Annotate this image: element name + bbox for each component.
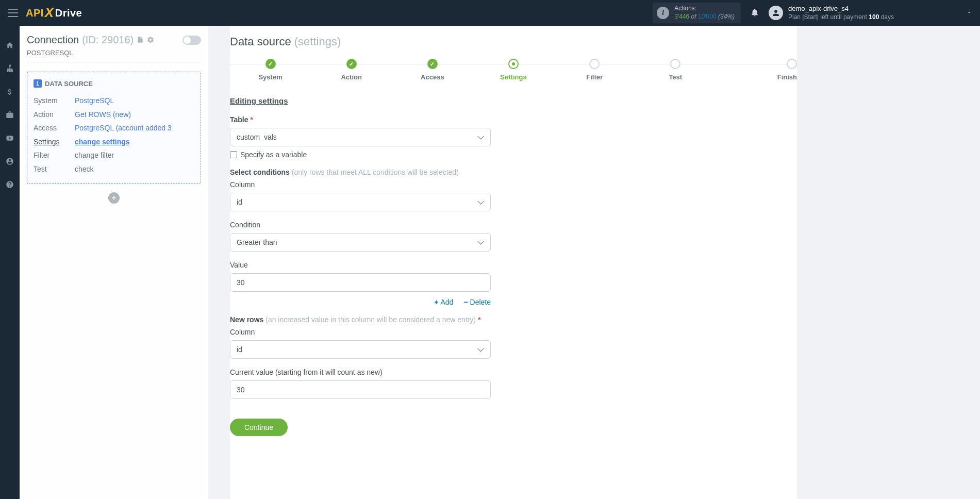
newrows-column-label: Column [230, 328, 491, 336]
column-select[interactable]: id [230, 193, 491, 211]
ds-action-link[interactable]: Get ROWS (new) [75, 108, 194, 122]
condition-select[interactable]: Greater than [230, 233, 491, 252]
user-plan: Plan |Start| left until payment 100 days [788, 13, 894, 22]
actions-numbers: 3'446 of 10'000 (34%) [674, 13, 735, 21]
briefcase-icon[interactable] [6, 111, 14, 121]
svg-rect-7 [12, 69, 12, 71]
menu-hamburger-icon[interactable] [8, 9, 18, 17]
ds-row-action: Action Get ROWS (new) [34, 108, 194, 122]
svg-rect-0 [9, 65, 11, 66]
ds-row-access: Access PostgreSQL (account added 3 [34, 121, 194, 135]
user-circle-icon[interactable] [6, 157, 14, 167]
main-panel: Data source (settings) System Action [230, 26, 797, 499]
value-label: Value [230, 261, 491, 269]
dollar-icon[interactable] [6, 88, 14, 97]
user-name: demo_apix-drive_s4 [788, 5, 894, 13]
data-source-card: 1 DATA SOURCE System PostgreSQL Action G… [27, 72, 201, 184]
notifications-icon[interactable] [750, 8, 759, 19]
actions-label: Actions: [674, 5, 735, 13]
current-value-label: Current value (starting from it will cou… [230, 368, 491, 376]
main-title: Data source (settings) [230, 35, 797, 48]
step-action[interactable]: Action [311, 59, 392, 81]
ds-settings-link[interactable]: change settings [75, 135, 194, 149]
current-value-input[interactable] [230, 380, 491, 399]
logo-part-api: API [26, 7, 44, 19]
specify-variable-checkbox[interactable] [230, 151, 237, 158]
table-select[interactable]: custom_vals [230, 128, 491, 146]
connection-title: Connection (ID: 29016) [27, 34, 201, 46]
check-icon [346, 59, 357, 69]
ds-test-link[interactable]: check [75, 162, 194, 176]
info-icon: i [657, 7, 669, 19]
svg-rect-4 [9, 66, 10, 69]
step-system[interactable]: System [230, 59, 311, 81]
value-field[interactable] [237, 278, 484, 287]
document-icon[interactable] [137, 34, 144, 46]
ds-filter-link[interactable]: change filter [75, 148, 194, 162]
continue-button[interactable]: Continue [230, 419, 288, 436]
ds-row-system: System PostgreSQL [34, 94, 194, 108]
value-input[interactable] [230, 273, 491, 292]
chevron-down-icon [966, 9, 972, 17]
check-icon [265, 59, 276, 69]
left-sidebar [0, 26, 20, 499]
ds-system-link[interactable]: PostgreSQL [75, 94, 194, 108]
help-icon[interactable] [6, 180, 14, 190]
youtube-icon[interactable] [6, 134, 14, 144]
step-access[interactable]: Access [392, 59, 473, 81]
ds-row-settings: Settings change settings [34, 135, 194, 149]
step-test[interactable]: Test [635, 59, 716, 81]
add-connection-button[interactable]: + [108, 192, 120, 204]
newrows-column-select[interactable]: id [230, 340, 491, 359]
delete-condition-link[interactable]: − Delete [463, 298, 491, 306]
table-label: Table * [230, 115, 491, 124]
step-finish[interactable]: Finish [716, 59, 797, 81]
connection-panel: Connection (ID: 29016) POSTGRESQL 1 DATA… [20, 26, 208, 499]
specify-variable-row: Specify as a variable [230, 151, 491, 159]
logo[interactable]: API X Drive [26, 5, 82, 21]
user-menu[interactable]: demo_apix-drive_s4 Plan |Start| left unt… [769, 5, 972, 21]
stepper: System Action Access Settings [230, 59, 797, 81]
check-icon [427, 59, 438, 69]
svg-rect-8 [9, 69, 10, 71]
column-label: Column [230, 180, 491, 189]
step-settings[interactable]: Settings [473, 59, 554, 81]
newrows-label: New rows (an increased value in this col… [230, 315, 491, 324]
section-title: Editing settings [230, 96, 797, 105]
home-icon[interactable] [6, 41, 14, 51]
select-conditions-label: Select conditions (only rows that meet A… [230, 168, 491, 176]
logo-part-x: X [45, 5, 54, 21]
svg-rect-6 [7, 69, 8, 71]
connection-subtitle: POSTGRESQL [27, 49, 201, 62]
data-source-card-header: 1 DATA SOURCE [34, 79, 194, 88]
gear-icon[interactable] [147, 34, 154, 46]
step-filter[interactable]: Filter [554, 59, 635, 81]
ds-row-test: Test check [34, 162, 194, 176]
logo-part-drive: Drive [55, 7, 82, 19]
dot-icon [508, 59, 519, 69]
ds-access-link[interactable]: PostgreSQL (account added 3 [75, 121, 194, 135]
actions-counter[interactable]: i Actions: 3'446 of 10'000 (34%) [653, 3, 741, 23]
add-condition-link[interactable]: + Add [434, 298, 453, 306]
ds-row-filter: Filter change filter [34, 148, 194, 162]
add-delete-row: + Add − Delete [230, 298, 491, 306]
connection-toggle[interactable] [182, 36, 201, 45]
top-header: API X Drive i Actions: 3'446 of 10'000 (… [0, 0, 980, 26]
avatar-icon [769, 6, 783, 20]
current-value-field[interactable] [237, 386, 484, 394]
ds-number-badge: 1 [34, 79, 42, 88]
condition-label: Condition [230, 221, 491, 229]
sitemap-icon[interactable] [6, 64, 14, 74]
connection-id: (ID: 29016) [82, 34, 134, 46]
